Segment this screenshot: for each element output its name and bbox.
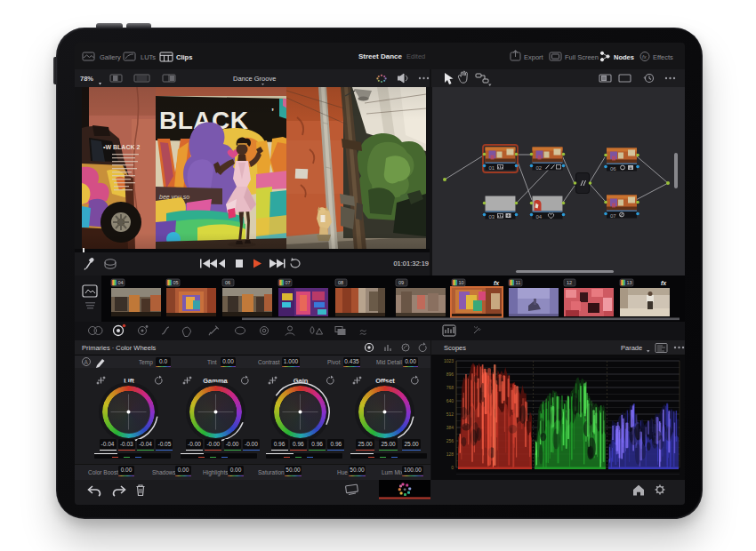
svg-text:Gallery: Gallery [100, 53, 121, 61]
svg-text:Pivot: Pivot [327, 359, 341, 365]
svg-text:05: 05 [173, 280, 179, 285]
svg-text:256: 256 [446, 438, 454, 443]
svg-text:Edited: Edited [406, 52, 425, 60]
svg-text:06: 06 [610, 166, 616, 172]
svg-text:Tint: Tint [207, 359, 217, 365]
svg-text:07: 07 [610, 213, 616, 219]
svg-text:12: 12 [567, 280, 572, 285]
svg-text:09: 09 [398, 280, 404, 285]
svg-text:896: 896 [446, 371, 454, 377]
svg-text:Export: Export [524, 53, 544, 61]
svg-text:fx: fx [494, 280, 500, 286]
svg-text:04: 04 [536, 214, 543, 220]
svg-text:03: 03 [489, 214, 495, 220]
svg-text:Contrast: Contrast [258, 359, 280, 365]
svg-text:Mid Detail: Mid Detail [376, 359, 402, 365]
svg-text:Dance Groove: Dance Groove [233, 75, 276, 83]
svg-text:01:01:32:19: 01:01:32:19 [393, 260, 429, 268]
svg-text:78%: 78% [80, 75, 93, 83]
svg-text:Saturation: Saturation [258, 469, 285, 475]
svg-text:01: 01 [489, 165, 495, 171]
svg-text:13: 13 [627, 280, 632, 285]
svg-text:768: 768 [446, 385, 454, 390]
svg-text:Nodes: Nodes [614, 53, 634, 61]
svg-text:640: 640 [446, 398, 454, 403]
svg-text:128: 128 [446, 451, 454, 457]
svg-text:LUTs: LUTs [141, 53, 156, 61]
svg-text:A: A [84, 359, 89, 365]
svg-text:Scopes: Scopes [444, 344, 466, 352]
svg-text:0: 0 [451, 465, 454, 470]
svg-text:Street Dance: Street Dance [358, 52, 402, 60]
svg-text:Full Screen: Full Screen [565, 53, 599, 61]
svg-text:384: 384 [446, 425, 454, 430]
svg-text:fx: fx [642, 54, 647, 60]
svg-text:11: 11 [516, 280, 521, 285]
svg-text:Color Boost: Color Boost [88, 469, 118, 475]
svg-text:Temp: Temp [139, 359, 153, 366]
svg-text:1023: 1023 [444, 358, 454, 363]
svg-text:Effects: Effects [653, 53, 673, 61]
svg-text:07: 07 [286, 280, 291, 285]
svg-text:Lum Mix: Lum Mix [382, 469, 404, 475]
svg-text:Primaries · Color Wheels: Primaries · Color Wheels [82, 344, 157, 352]
svg-text:Parade: Parade [621, 344, 642, 352]
svg-text:Hue: Hue [337, 469, 348, 475]
svg-text:08: 08 [338, 280, 343, 285]
svg-text:06: 06 [225, 280, 230, 285]
svg-text:Highlights: Highlights [203, 469, 229, 476]
svg-text:02: 02 [536, 165, 543, 171]
svg-text:10: 10 [459, 280, 464, 285]
svg-text:512: 512 [446, 411, 454, 417]
svg-text:Clips: Clips [176, 53, 192, 61]
svg-text:Shadows: Shadows [152, 469, 176, 475]
svg-text:fx: fx [661, 280, 667, 286]
svg-text:04: 04 [118, 280, 124, 285]
